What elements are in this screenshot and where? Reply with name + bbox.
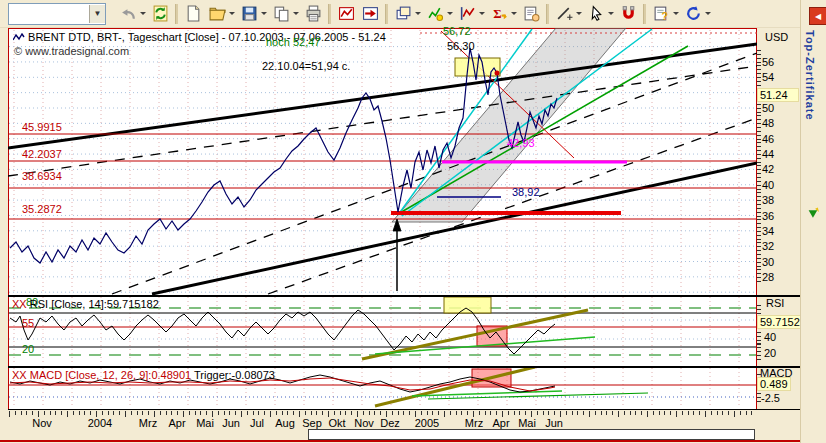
rsi-legend-text: RSI [Close, 14]:59.715182 [30, 298, 159, 310]
annotation-4293: 42,93 [507, 137, 535, 149]
rsi-level-55-label: 55 [22, 317, 34, 329]
macd-current-badge: 0.489 [757, 377, 791, 391]
open-dropdown-caret[interactable] [229, 12, 235, 15]
indicator-button[interactable] [423, 2, 447, 26]
chart-arrow-button[interactable] [358, 2, 382, 26]
sidebar-collapse-button[interactable]: ◀ [809, 7, 826, 25]
xaxis-label: 2004 [83, 417, 117, 429]
properties-button[interactable] [519, 2, 543, 26]
open-folder-icon [209, 5, 226, 22]
rsi-axis-tick-label: 40 [764, 331, 776, 343]
save-dropdown-caret[interactable] [261, 12, 267, 15]
macd-legend: XX MACD [Close, 12, 26, 9]:0.48901 Trigg… [12, 369, 275, 381]
rsi-line-style-icon: XX [12, 298, 27, 310]
chart-legend: BRENT DTD, BRT-, Tageschart [Close] - 07… [13, 31, 386, 44]
strategy-dropdown-caret[interactable] [511, 12, 517, 15]
properties-icon [523, 5, 540, 22]
combobox-dropdown-icon[interactable]: ▼ [89, 5, 105, 23]
rsi-legend: XX RSI [Close, 14]:59.715182 [12, 298, 159, 310]
reload-dropdown-caret[interactable] [705, 12, 711, 15]
copyright-watermark: © www.tradesignal.com [14, 45, 129, 57]
print-icon [305, 5, 322, 22]
price-chart-button[interactable] [334, 2, 358, 26]
panel-divider [8, 366, 800, 368]
chart-title: BRENT DTD, BRT-, Tageschart [Close] - 07… [28, 31, 386, 43]
copy-icon [273, 5, 290, 22]
sidebar-tab-top-zertifikate[interactable]: Top-Zertifikate [804, 30, 816, 121]
trendline-dropdown-caret[interactable] [576, 12, 582, 15]
price-chart-icon [338, 5, 355, 22]
annotation-3892: 38,92 [512, 186, 540, 198]
draw-chart-button[interactable] [455, 2, 479, 26]
arrow-left-icon: ◀ [815, 12, 821, 21]
refresh-icon [152, 5, 169, 22]
pointer-button[interactable] [584, 2, 608, 26]
macd-trigger-text: Trigger:-0.08073 [194, 369, 275, 381]
indicator-dropdown-caret[interactable] [447, 12, 453, 15]
price-axis-tick-label: 50 [762, 102, 774, 114]
sidebar-cert-icon[interactable] [807, 206, 820, 224]
price-panel-canvas [8, 28, 757, 296]
price-level-label: 42.2037 [22, 148, 62, 160]
window-bottom-border [0, 440, 826, 442]
magnet-button[interactable] [616, 2, 640, 26]
copy-button[interactable] [269, 2, 293, 26]
formula-dropdown-caret[interactable] [673, 12, 679, 15]
symbol-combobox[interactable]: ▼ [8, 3, 106, 25]
xaxis-label: 2005 [410, 417, 444, 429]
undo-icon [120, 5, 137, 22]
price-axis-tick-label: 56 [762, 56, 774, 68]
price-axis-unit: USD [765, 31, 788, 43]
xaxis-label: Dez [373, 417, 407, 429]
strategy-sigma-icon: Σ [491, 5, 508, 22]
trendline-tool-button[interactable] [552, 2, 576, 26]
price-level-label: 35.2872 [22, 203, 62, 215]
windows-dropdown-caret[interactable] [415, 12, 421, 15]
formula-editor-button[interactable]: ? [649, 2, 673, 26]
tradesignal-window: ▼ Σ [0, 0, 826, 443]
save-button[interactable] [237, 2, 261, 26]
price-axis-tick-label: 36 [762, 210, 774, 222]
macd-axis-tick-label: -2.5 [761, 392, 780, 404]
main-toolbar: ▼ Σ [0, 0, 826, 28]
refresh-button[interactable] [148, 2, 172, 26]
svg-text:Σ: Σ [493, 7, 501, 21]
price-axis-ticks [757, 50, 761, 282]
reload-layout-button[interactable] [681, 2, 705, 26]
pointer-dropdown-caret[interactable] [608, 12, 614, 15]
strategy-button[interactable]: Σ [487, 2, 511, 26]
price-level-label: 45.9915 [22, 121, 62, 133]
rsi-axis-tick-label: 20 [764, 347, 776, 359]
save-icon [241, 5, 258, 22]
price-axis-tick-label: 46 [762, 133, 774, 145]
price-axis-tick-label: 40 [762, 179, 774, 191]
rsi-axis-label: RSI [766, 297, 784, 309]
price-axis-tick-label: 28 [762, 271, 774, 283]
chart-arrow-icon [362, 5, 379, 22]
price-axis-tick-label: 32 [762, 240, 774, 252]
annotation-date-note: 22.10.04=51,94 c. [262, 60, 350, 72]
undo-dropdown-caret[interactable] [140, 12, 146, 15]
windows-button[interactable] [391, 2, 415, 26]
price-axis-tick-label: 30 [762, 256, 774, 268]
formula-question-icon: ? [653, 5, 670, 22]
price-axis-tick-label: 44 [762, 148, 774, 160]
chart-draw-icon [459, 5, 476, 22]
rsi-level-20-label: 20 [22, 343, 34, 355]
rsi-axis-ticks [757, 305, 761, 360]
cascade-windows-icon [395, 5, 412, 22]
annotation-5630: 56,30 [447, 40, 475, 52]
price-axis-tick-label: 54 [762, 71, 774, 83]
xaxis-label: Jun [537, 417, 571, 429]
new-document-button[interactable] [181, 2, 205, 26]
undo-button[interactable] [116, 2, 140, 26]
open-button[interactable] [205, 2, 229, 26]
indicator-wizard-icon [427, 5, 444, 22]
print-button[interactable] [301, 2, 325, 26]
panel-divider [8, 409, 800, 410]
draw-chart-dropdown-caret[interactable] [479, 12, 485, 15]
new-document-icon [185, 5, 202, 22]
copy-dropdown-caret[interactable] [293, 12, 299, 15]
symbol-input[interactable] [9, 5, 89, 23]
horizontal-scrollbar-thumb[interactable] [308, 429, 755, 440]
